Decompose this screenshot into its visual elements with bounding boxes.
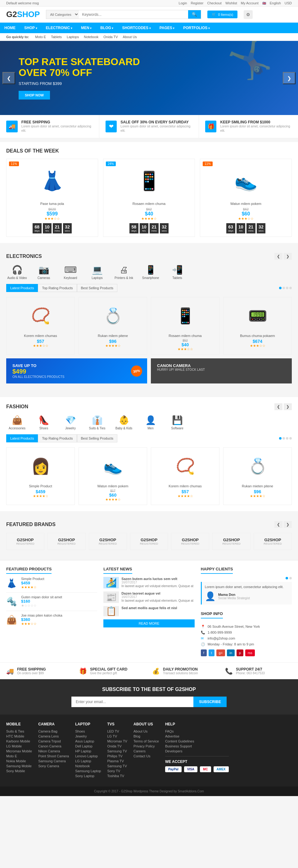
pinterest-icon[interactable]: p [237,649,243,656]
deal-img-0: 👗 [10,162,95,199]
brands-prev[interactable]: ❮ [274,521,282,528]
elec-product-3: 📟 Bumus chuma pokaem $674 ★★★☆☆ [223,297,292,354]
cat-baby[interactable]: 👶Baby & Kids [113,415,135,430]
fashion-dots [279,437,292,440]
subnav-aboutus[interactable]: About Us [123,35,137,39]
copyright: Copyright © 2017 - G2Shop Wordpress Them… [0,786,298,796]
currency-selector[interactable]: USD [285,1,292,5]
fashion-prev[interactable]: ❮ [274,403,282,410]
brands-nav: ❮ ❯ [274,521,292,528]
brand-4[interactable]: G2SHOPREGISTERED [171,533,209,550]
cat-jewelry[interactable]: 💎Jewelry [60,415,81,430]
tab-bestselling-fashion[interactable]: Best Selling Products [77,434,118,442]
nav-blog[interactable]: BLOG [96,23,118,33]
sale-icon: ❤ [106,121,117,132]
brand-5[interactable]: G2SHOPREGISTERED [212,533,250,550]
nav-shop[interactable]: SHOP [20,23,42,33]
cat-shoes[interactable]: 👠Shoes [33,415,55,430]
electronics-prev[interactable]: ❮ [274,253,282,260]
read-more-button[interactable]: READ MORE [103,619,194,627]
shop-info-title: SHOP INFO [201,611,223,618]
language-selector[interactable]: English [270,1,281,5]
hero-right-arrow[interactable]: ❯ [283,72,296,84]
hero-title: TOP RATE SKATEBOARD OVER 70% OFF [19,56,140,78]
cat-software[interactable]: 💾Software [166,415,188,430]
fashion-product-3: 💍 Rukan mieten pitene $96 ★★★★☆ [223,447,292,505]
electronics-nav: ❮ ❯ [274,253,292,260]
nav-pages[interactable]: PAGES [155,23,179,33]
nav-home[interactable]: HOME [0,23,20,33]
feature-sale: ❤ SALE OFF 30% ON EVERY SATURDAY Lorem i… [99,115,199,138]
nav-shortcodes[interactable]: SHORTCODES [118,23,155,33]
footer-nav: MOBILE Suits & Ties HTC Mobile Karbonn M… [0,715,298,786]
brands-next[interactable]: ❯ [284,521,292,528]
tab-toprating-fashion[interactable]: Top Rating Products [38,434,77,442]
brand-0[interactable]: G2SHOPREGISTERED [6,533,45,550]
tab-latest-elec[interactable]: Latest Products [6,284,38,292]
cat-keyboard[interactable]: ⌨Keyboard [60,265,81,280]
footer-promo-icon: 💰 [152,668,160,675]
search-input[interactable] [79,10,188,19]
brand-2[interactable]: G2SHOPREGISTERED [89,533,127,550]
payment-section: WE ACCEPT PayPal VISA MC AMEX [165,756,229,775]
social-icons: f t g+ in p rss [201,649,292,656]
electronics-next[interactable]: ❯ [284,253,292,260]
brand-3[interactable]: G2SHOPREGISTERED [130,533,168,550]
facebook-icon[interactable]: f [201,649,207,656]
twitter-icon[interactable]: t [209,649,215,656]
register-link[interactable]: Register [191,1,203,5]
fashion-product-0: 👩 Simple Product $459 ★★★★☆ [6,447,75,505]
shop-hours: Monday - Friday: 8 am to 9 pm [208,642,254,646]
deal-price-old-2: $62 [203,207,288,211]
cat-smartphone[interactable]: 📱Smartphone [140,265,161,280]
settings-button[interactable]: ⚙ [244,10,253,19]
brand-6[interactable]: G2SHOPREGISTERED [253,533,292,550]
deal-price-1: $40 [106,211,192,217]
subnav-onidatv[interactable]: Onida TV [103,35,118,39]
hero-left-arrow[interactable]: ❮ [2,72,15,84]
subscribe-input[interactable] [72,696,193,707]
cat-accessories[interactable]: 👜Accessories [6,415,28,430]
feature-shipping-text: FREE SHIPPING Lorem ipsum dolor sit amet… [21,120,93,133]
tab-latest-fashion[interactable]: Latest Products [6,434,38,442]
fashion-title: FASHION [6,404,28,409]
deal-badge-2: 11% [203,161,213,166]
tab-toprating-elec[interactable]: Top Rating Products [38,284,77,292]
tab-bestselling-elec[interactable]: Best Selling Products [77,284,118,292]
subscribe-section: SUBSCRIBE TO THE BEST OF G2SHOP SUBSCRIB… [0,679,298,715]
subscribe-button[interactable]: SUBSCRIBE [193,696,226,707]
hero-shop-button[interactable]: SHOP NOW [19,91,50,99]
top-bar: Default welcome msg Login Register Check… [0,0,298,6]
subnav-motoe[interactable]: Moto E [35,35,46,39]
cat-audio[interactable]: 🎧Audio & Video [6,265,28,280]
checkout-link[interactable]: Checkout [207,1,221,5]
cat-cameras[interactable]: 📷Cameras [33,265,55,280]
login-link[interactable]: Login [179,1,187,5]
brand-1[interactable]: G2SHOPREGISTERED [48,533,86,550]
news-1: 📰 Dazen laoreet augue vel 16/07/2017 In … [103,591,194,603]
rss-icon[interactable]: rss [245,649,255,656]
sub-nav: Go quickly to: Moto E Tablets Laptops No… [0,33,298,41]
cat-men[interactable]: 👤Men [140,415,161,430]
category-select[interactable]: All Categories [46,10,79,19]
google-icon[interactable]: g+ [216,649,225,656]
wishlist-link[interactable]: Wishlist [225,1,237,5]
cat-suits[interactable]: 👔Suits & Ties [86,415,108,430]
nav-electronic[interactable]: ELECTRONIC [42,23,77,33]
linkedin-icon[interactable]: in [227,649,235,656]
cat-laptops[interactable]: 💻Laptops [86,265,108,280]
cat-printers[interactable]: 🖨Printers & Ink [113,265,135,280]
my-account-link[interactable]: My Account [241,1,259,5]
hero-banner: ❮ TOP RATE SKATEBOARD OVER 70% OFF START… [0,41,298,115]
fashion-nav: ❮ ❯ [274,403,292,410]
subnav-tablets[interactable]: Tablets [51,35,62,39]
subnav-notebook[interactable]: Notebook [84,35,99,39]
cat-tablets[interactable]: 📲Tablets [166,265,188,280]
subnav-laptops[interactable]: Laptops [67,35,79,39]
search-button[interactable]: 🔍 [188,10,201,19]
nav-men[interactable]: MEN [77,23,96,33]
elec-dots [279,287,292,289]
cart-button[interactable]: 🛒 0 Items(s) [207,10,238,18]
nav-portfolios[interactable]: PORTFOLIOS [179,23,214,33]
fashion-next[interactable]: ❯ [284,403,292,410]
